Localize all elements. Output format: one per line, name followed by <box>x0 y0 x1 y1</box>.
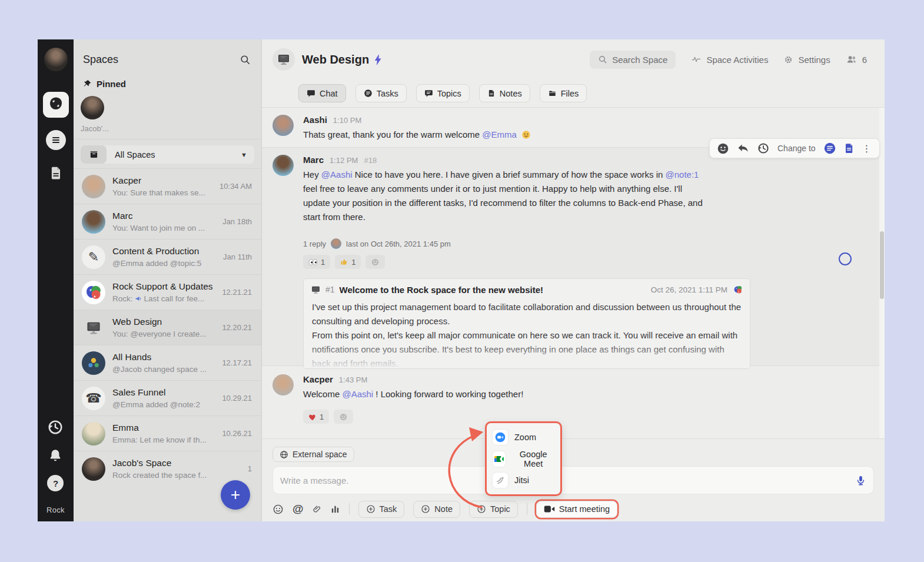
note-preview-card[interactable]: #1 Welcome to the Rock space for the new… <box>303 278 750 369</box>
avatar <box>331 238 341 249</box>
menu-item-label: Google Meet <box>512 450 554 468</box>
search-space-button[interactable]: Search Space <box>590 51 676 69</box>
user-avatar[interactable] <box>44 48 68 71</box>
menu-item-jitsi[interactable]: Jitsi <box>493 473 554 488</box>
mic-button[interactable] <box>855 475 866 486</box>
reaction-thumbs-up[interactable]: 1 <box>335 255 361 269</box>
avatar <box>82 175 105 198</box>
note-page-icon <box>487 89 496 98</box>
reply-button[interactable] <box>737 142 749 155</box>
tab-notes[interactable]: Notes <box>479 84 530 102</box>
members-count[interactable]: 6 <box>846 55 867 65</box>
microphone-icon <box>855 475 866 486</box>
convert-to-task-button[interactable] <box>823 142 836 155</box>
pinned-label: Pinned <box>97 79 126 89</box>
reaction-count: 1 <box>351 258 355 267</box>
message-input[interactable] <box>280 475 855 485</box>
space-preview: @Emma added @note:2 <box>112 400 217 409</box>
space-row-all-hands[interactable]: All Hands @Jacob changed space ... 12.17… <box>74 345 261 380</box>
lightning-bolt-icon <box>374 54 383 65</box>
mention-aashi[interactable]: @Aashi <box>321 169 353 179</box>
add-reaction-button[interactable] <box>365 255 385 269</box>
all-spaces-filter[interactable]: All Spaces ▼ <box>81 145 254 164</box>
space-time: 1 <box>248 464 252 473</box>
start-meeting-button[interactable]: Start meeting <box>536 501 617 518</box>
message-time: 1:10 PM <box>333 116 361 125</box>
space-row-kacper[interactable]: Kacper You: Sure that makes se... 10:34 … <box>74 168 261 204</box>
note-timestamp: Oct 26, 2021 1:11 PM <box>651 285 727 294</box>
react-button[interactable] <box>717 142 729 155</box>
folder-icon <box>548 89 557 98</box>
rail-item-notes[interactable] <box>48 165 64 183</box>
tab-label: Topics <box>437 89 461 98</box>
space-name: Web Design <box>112 317 217 327</box>
message-author: Kacper <box>303 374 333 384</box>
thumbs-up-emoji <box>340 258 348 266</box>
notifications-bell-icon[interactable] <box>48 448 63 463</box>
poll-bars-icon <box>330 504 340 514</box>
add-topic-button[interactable]: Topic <box>469 501 518 518</box>
space-row-emma[interactable]: Emma Emma: Let me know if th... 10.26.21 <box>74 415 261 451</box>
reaction-heart[interactable]: 1 <box>303 410 329 424</box>
space-row-marc[interactable]: Marc You: Want to join me on ... Jan 18t… <box>74 204 261 239</box>
space-row-sales-funnel[interactable]: ☎ Sales Funnel @Emma added @note:2 10.29… <box>74 380 261 415</box>
settings-button[interactable]: Settings <box>783 55 830 65</box>
list-icon <box>51 135 61 145</box>
history-clock-icon <box>757 142 770 155</box>
chat-scrollbar-thumb[interactable] <box>880 231 884 299</box>
create-space-button[interactable]: + <box>221 480 250 510</box>
menu-item-google-meet[interactable]: Google Meet <box>493 450 554 468</box>
add-note-button[interactable]: Note <box>413 501 460 518</box>
tab-topics[interactable]: Topics <box>416 84 470 102</box>
space-row-content-production[interactable]: ✎ Content & Production @Emma added @topi… <box>74 239 261 274</box>
reactions-row: 1 1 <box>303 255 874 269</box>
tab-files[interactable]: Files <box>540 84 587 102</box>
menu-item-zoom[interactable]: Zoom <box>493 430 554 445</box>
members-count-value: 6 <box>862 55 867 65</box>
reaction-eyes[interactable]: 1 <box>303 255 330 269</box>
message-author: Marc <box>303 155 324 165</box>
mention-aashi[interactable]: @Aashi <box>342 389 373 399</box>
history-button[interactable] <box>757 142 770 155</box>
history-icon[interactable] <box>46 418 64 436</box>
thread-reply-summary[interactable]: 1 reply last on Oct 26th, 2021 1:45 pm <box>303 238 874 249</box>
poll-button[interactable] <box>330 504 340 514</box>
space-time: 10.29.21 <box>222 394 252 403</box>
phone-icon: ☎ <box>82 387 105 410</box>
brand-label: Rock <box>46 506 65 514</box>
help-icon[interactable]: ? <box>47 475 64 491</box>
pinned-space[interactable] <box>74 91 261 121</box>
space-row-rock-support[interactable]: Rock Support & Updates Rock: Last call f… <box>74 274 261 310</box>
convert-to-note-button[interactable] <box>844 142 855 154</box>
space-activities-button[interactable]: Space Activities <box>691 55 768 65</box>
note-doc-icon <box>844 142 855 154</box>
loading-ring <box>839 252 852 265</box>
gear-icon <box>783 55 793 65</box>
mention-note1[interactable]: @note:1 <box>666 169 699 179</box>
mention-button[interactable]: @ <box>293 503 304 516</box>
plus-circle-icon <box>366 504 375 514</box>
rail-item-lists[interactable] <box>46 130 66 150</box>
rail-item-spaces[interactable] <box>43 92 69 118</box>
paperclip-icon <box>313 504 321 515</box>
tab-chat[interactable]: Chat <box>298 84 346 102</box>
rock-support-logo-icon <box>82 281 105 304</box>
add-reaction-button[interactable] <box>334 410 353 424</box>
composer-toolbar: @ Task Note Topic <box>272 500 617 518</box>
mention-emma[interactable]: @Emma <box>482 129 517 139</box>
google-meet-logo-icon <box>493 451 506 467</box>
space-row-web-design[interactable]: Web Design You: @everyone I create... 12… <box>74 310 261 345</box>
search-icon[interactable] <box>240 54 251 65</box>
tab-tasks[interactable]: Tasks <box>355 84 407 102</box>
monitor-icon <box>82 316 105 340</box>
add-task-button[interactable]: Task <box>358 501 405 518</box>
attachment-button[interactable] <box>313 504 321 515</box>
writing-hand-icon: ✎ <box>82 245 105 269</box>
external-space-chip[interactable]: External space <box>272 447 354 462</box>
space-preview: You: @everyone I create... <box>112 330 217 338</box>
emoji-picker-button[interactable] <box>272 504 284 515</box>
note-fade-overlay <box>304 341 750 368</box>
message-id: #18 <box>364 156 377 165</box>
tab-label: Notes <box>500 89 522 98</box>
more-options-button[interactable]: ⋮ <box>862 143 872 154</box>
